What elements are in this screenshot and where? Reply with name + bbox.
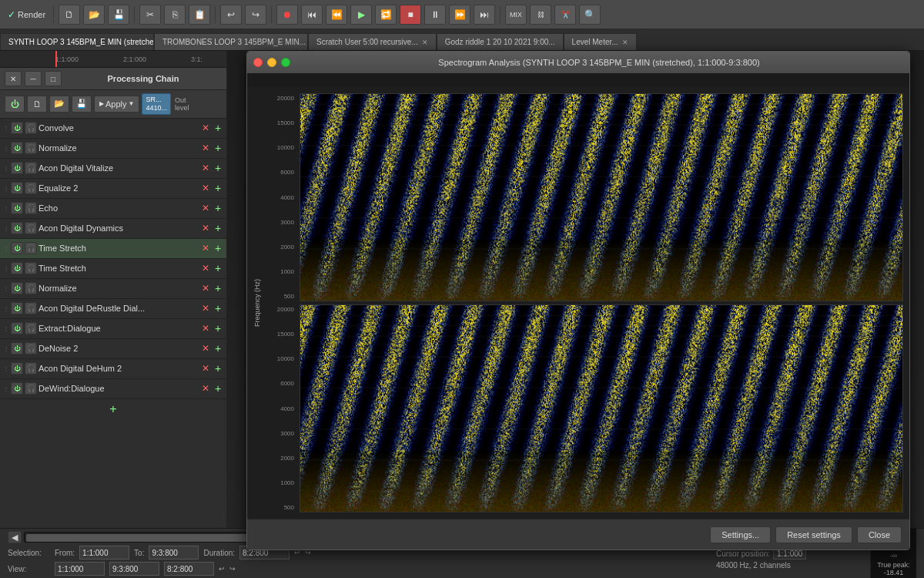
sr-box[interactable]: SR... 4410... xyxy=(142,93,171,115)
top-spectrogram[interactable] xyxy=(300,93,903,301)
to-input[interactable] xyxy=(149,546,199,560)
add-after-10[interactable]: + xyxy=(213,323,223,334)
add-after-2[interactable]: + xyxy=(213,163,223,173)
bottom-spectrogram[interactable] xyxy=(300,304,903,512)
drag-handle-7[interactable]: ⋮⋮ xyxy=(3,265,9,272)
add-after-11[interactable]: + xyxy=(213,343,223,354)
drag-handle-11[interactable]: ⋮⋮ xyxy=(3,345,9,352)
remove-6[interactable]: ✕ xyxy=(200,243,211,254)
modal-close-button[interactable] xyxy=(253,58,263,67)
add-after-4[interactable]: + xyxy=(213,203,223,213)
drag-handle-5[interactable]: ⋮⋮ xyxy=(3,225,9,232)
play-button[interactable]: ▶ xyxy=(350,5,372,25)
remove-13[interactable]: ✕ xyxy=(200,383,211,394)
drag-handle-8[interactable]: ⋮⋮ xyxy=(3,285,9,292)
drag-handle-12[interactable]: ⋮⋮ xyxy=(3,365,9,372)
power-13[interactable]: ⏻ xyxy=(11,382,23,395)
rewind-button[interactable]: ⏪ xyxy=(326,5,347,25)
drag-handle-2[interactable]: ⋮⋮ xyxy=(3,165,9,172)
stop-button[interactable]: ■ xyxy=(400,5,421,25)
chain-minimize-button[interactable]: ─ xyxy=(25,71,42,86)
paste-button[interactable]: 📋 xyxy=(189,5,210,25)
tab-2-close[interactable]: ✕ xyxy=(422,39,428,46)
add-after-5[interactable]: + xyxy=(213,223,223,234)
headphone-3[interactable]: 🎧 xyxy=(25,182,37,194)
record-button[interactable]: ⏺ xyxy=(276,5,298,25)
modal-minimize-button[interactable] xyxy=(267,58,276,67)
power-9[interactable]: ⏻ xyxy=(11,302,23,314)
mixdown-button[interactable]: MIX xyxy=(505,5,527,25)
add-after-12[interactable]: + xyxy=(213,363,223,374)
drag-handle-13[interactable]: ⋮⋮ xyxy=(3,385,9,392)
to-end-button[interactable]: ⏭ xyxy=(474,5,495,25)
headphone-10[interactable]: 🎧 xyxy=(25,322,37,334)
power-10[interactable]: ⏻ xyxy=(11,322,23,334)
file-new-button[interactable]: 🗋 xyxy=(59,5,80,25)
drag-handle-3[interactable]: ⋮⋮ xyxy=(3,185,9,192)
add-after-13[interactable]: + xyxy=(213,383,223,394)
file-save-button[interactable]: 💾 xyxy=(108,5,129,25)
chain-open-button[interactable]: 📂 xyxy=(49,96,69,113)
power-7[interactable]: ⏻ xyxy=(11,262,23,274)
power-6[interactable]: ⏻ xyxy=(11,242,23,254)
reset-settings-button[interactable]: Reset settings xyxy=(775,526,852,543)
headphone-0[interactable]: 🎧 xyxy=(25,122,37,134)
headphone-7[interactable]: 🎧 xyxy=(25,262,37,274)
chain-maximize-button[interactable]: □ xyxy=(45,71,62,86)
headphone-2[interactable]: 🎧 xyxy=(25,162,37,174)
close-spectrogram-button[interactable]: Close xyxy=(857,526,902,543)
remove-0[interactable]: ✕ xyxy=(200,123,211,133)
magnify-button[interactable]: 🔍 xyxy=(579,5,601,25)
settings-button[interactable]: Settings... xyxy=(710,526,771,543)
fast-forward-button[interactable]: ⏩ xyxy=(449,5,470,25)
remove-12[interactable]: ✕ xyxy=(200,363,211,374)
modal-maximize-button[interactable] xyxy=(281,58,290,67)
power-4[interactable]: ⏻ xyxy=(11,202,23,214)
view-duration-input[interactable] xyxy=(164,562,214,576)
power-8[interactable]: ⏻ xyxy=(11,282,23,294)
drag-handle-4[interactable]: ⋮⋮ xyxy=(3,205,9,212)
drag-handle-0[interactable]: ⋮⋮ xyxy=(3,125,9,132)
tab-1[interactable]: TROMBONES LOOP 3 145BPM_E MIN... ✕ xyxy=(154,33,308,50)
drag-handle-1[interactable]: ⋮⋮ xyxy=(3,145,9,152)
headphone-12[interactable]: 🎧 xyxy=(25,362,37,375)
drag-handle-6[interactable]: ⋮⋮ xyxy=(3,245,9,252)
chain-new-button[interactable]: 🗋 xyxy=(27,96,47,113)
remove-11[interactable]: ✕ xyxy=(200,343,211,354)
headphone-6[interactable]: 🎧 xyxy=(25,242,37,254)
tab-2[interactable]: Scratch User 5:00 recursive... ✕ xyxy=(308,33,437,50)
chain-button[interactable]: ⛓ xyxy=(530,5,551,25)
apply-button[interactable]: ▶ Apply ▼ xyxy=(94,96,139,113)
remove-1[interactable]: ✕ xyxy=(200,143,211,153)
undo-view-button[interactable]: ↩ xyxy=(219,565,225,573)
power-1[interactable]: ⏻ xyxy=(11,142,23,154)
tab-4-close[interactable]: ✕ xyxy=(622,39,628,46)
file-open-button[interactable]: 📂 xyxy=(83,5,105,25)
power-5[interactable]: ⏻ xyxy=(11,222,23,234)
remove-7[interactable]: ✕ xyxy=(200,263,211,274)
remove-2[interactable]: ✕ xyxy=(200,163,211,173)
view-from-input[interactable] xyxy=(55,562,105,576)
copy-button[interactable]: ⎘ xyxy=(164,5,186,25)
remove-3[interactable]: ✕ xyxy=(200,183,211,193)
undo-button[interactable]: ↩ xyxy=(220,5,242,25)
drag-handle-9[interactable]: ⋮⋮ xyxy=(3,305,9,312)
headphone-13[interactable]: 🎧 xyxy=(25,382,37,395)
cut-button[interactable]: ✂ xyxy=(139,5,161,25)
drag-handle-10[interactable]: ⋮⋮ xyxy=(3,325,9,332)
tab-0[interactable]: SYNTH LOOP 3 145BPM_E MIN (stretched)* ✕ xyxy=(0,33,154,50)
add-effect-button[interactable]: + xyxy=(109,402,116,416)
headphone-4[interactable]: 🎧 xyxy=(25,202,37,214)
add-after-0[interactable]: + xyxy=(213,123,223,133)
redo-view-button[interactable]: ↪ xyxy=(229,565,236,573)
remove-10[interactable]: ✕ xyxy=(200,323,211,334)
from-input[interactable] xyxy=(79,546,129,560)
chain-power-button[interactable]: ⏻ xyxy=(5,96,25,113)
remove-9[interactable]: ✕ xyxy=(200,303,211,314)
power-0[interactable]: ⏻ xyxy=(11,122,23,134)
headphone-5[interactable]: 🎧 xyxy=(25,222,37,234)
add-after-6[interactable]: + xyxy=(213,243,223,254)
remove-8[interactable]: ✕ xyxy=(200,283,211,294)
tab-3[interactable]: Godz riddle 1 20 10 2021 9:00... xyxy=(437,33,564,50)
add-after-3[interactable]: + xyxy=(213,183,223,193)
